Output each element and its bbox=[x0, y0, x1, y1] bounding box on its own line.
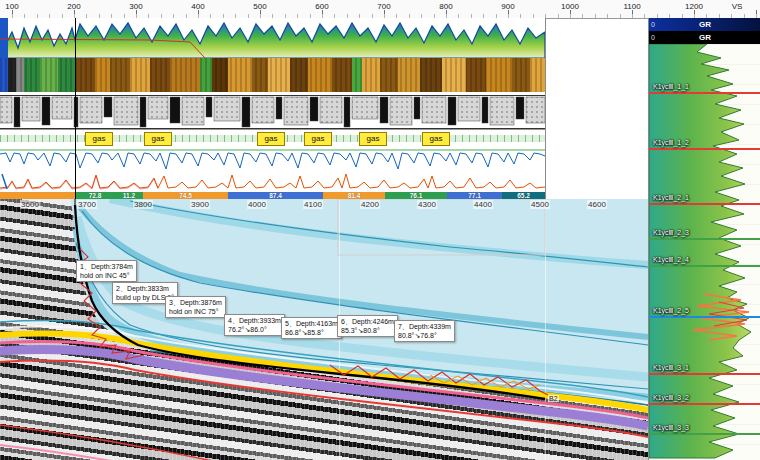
ruler-label: 200 bbox=[67, 2, 80, 11]
app-root: { "ruler": { "labels": ["100","200","300… bbox=[0, 0, 760, 460]
depth-label: 4500 bbox=[530, 200, 550, 209]
gr-scale-min: 0 bbox=[651, 21, 655, 28]
depth-label: 4300 bbox=[417, 200, 437, 209]
formation-top: K1ycⅢ_3_3 bbox=[649, 433, 760, 435]
annotation-4: 4、Depth:3933m76.2°↘86.0° bbox=[224, 314, 285, 336]
gas-label: gas bbox=[359, 132, 387, 146]
orange-curve-track bbox=[0, 172, 545, 192]
ruler-label: 100 bbox=[5, 2, 18, 11]
lithology-column bbox=[0, 95, 545, 131]
ruler-label: 1100 bbox=[623, 2, 640, 11]
depth-label: 4100 bbox=[303, 200, 323, 209]
annotation-6: 6、Depth:4246m85.3°↘80.8° bbox=[337, 315, 398, 337]
formation-top: K1ycⅢ_3_1 bbox=[649, 373, 760, 375]
formation-top: K1ycⅢ_2_5 bbox=[649, 316, 760, 318]
blue-curve-track bbox=[0, 148, 545, 172]
gas-label: gas bbox=[257, 132, 285, 146]
segment: 74.5 bbox=[143, 192, 228, 199]
ruler-vs-label: VS bbox=[732, 2, 743, 11]
gas-label: gas bbox=[144, 132, 172, 146]
segment: 11.2 bbox=[115, 192, 143, 199]
ruler-label: 1200 bbox=[685, 2, 703, 11]
gr-curve-track bbox=[0, 18, 545, 58]
segment bbox=[0, 192, 75, 199]
ruler-label: 900 bbox=[501, 2, 514, 11]
orange-curve bbox=[0, 172, 545, 192]
gr-panel-header-1: 0 GR bbox=[649, 18, 760, 31]
depth-label: 4400 bbox=[473, 200, 493, 209]
annotation-5: 5、Depth:4163m86.8°↘85.8° bbox=[281, 317, 342, 339]
gr-curve bbox=[0, 18, 545, 58]
annotation-3: 3、Depth:3876mhold on INC 75° bbox=[165, 296, 226, 318]
gr-reference-panel[interactable]: 0 GR 0 GR K1ycⅢ_1_1 K1ycⅢ_1_2 K1 bbox=[648, 18, 760, 460]
segment: 81.4 bbox=[323, 192, 385, 199]
depth-label: 4200 bbox=[360, 200, 380, 209]
ruler-label: 400 bbox=[191, 2, 204, 11]
segment: 76.1 bbox=[385, 192, 447, 199]
depth-label: 3800 bbox=[133, 200, 153, 209]
ruler-label: 300 bbox=[129, 2, 142, 11]
segment: 87.4 bbox=[228, 192, 323, 199]
ruler-label: 700 bbox=[377, 2, 390, 11]
trajectory-end-label: B2 bbox=[548, 395, 559, 402]
formation-top: K1ycⅢ_1_1 bbox=[649, 92, 760, 94]
wellhead-vertical-line bbox=[75, 18, 76, 199]
ruler-label: 600 bbox=[315, 2, 328, 11]
horizontal-scale-ruler: 100 200 300 400 500 600 700 800 900 1000… bbox=[0, 0, 760, 19]
formation-top: K1ycⅢ_2_3 bbox=[649, 238, 760, 240]
ruler-label: 500 bbox=[253, 2, 266, 11]
gr-scale-min: 0 bbox=[651, 34, 655, 41]
segment: 72.8 bbox=[75, 192, 115, 199]
gas-show-track: gas gas gas gas gas gas bbox=[0, 131, 545, 148]
well-log-tracks[interactable]: gas gas gas gas gas gas 72.8 11.2 74.5 8… bbox=[0, 18, 546, 199]
color-density-strip bbox=[0, 58, 545, 92]
gr-header-title: GR bbox=[699, 20, 711, 29]
formation-top: K1ycⅢ_2_4 bbox=[649, 265, 760, 267]
segment: 77.1 bbox=[447, 192, 502, 199]
gr-header-title: GR bbox=[699, 33, 711, 42]
blue-curve bbox=[0, 148, 545, 172]
formation-top: K1ycⅢ_2_1 bbox=[649, 203, 760, 205]
ruler-label: 1000 bbox=[561, 2, 579, 11]
annotation-1: 1、Depth:3784mhold on INC 45° bbox=[76, 260, 137, 282]
depth-label: 4000 bbox=[247, 200, 267, 209]
depth-label: 4600 bbox=[587, 200, 607, 209]
depth-label: 3600 bbox=[20, 200, 40, 209]
formation-top: K1ycⅢ_3_2 bbox=[649, 403, 760, 405]
gr-panel-header-2: 0 GR bbox=[649, 31, 760, 44]
ruler-label: 800 bbox=[439, 2, 452, 11]
lithology-track bbox=[0, 95, 545, 131]
gas-label: gas bbox=[304, 132, 332, 146]
gas-label: gas bbox=[85, 132, 113, 146]
gr-curve-area[interactable]: K1ycⅢ_1_1 K1ycⅢ_1_2 K1ycⅢ_2_1 K1ycⅢ_2_3 … bbox=[649, 44, 760, 460]
depth-label: 3900 bbox=[190, 200, 210, 209]
segment: 65.2 bbox=[502, 192, 545, 199]
gas-label: gas bbox=[422, 132, 450, 146]
annotation-7: 7、Depth:4339m80.8°↘76.8° bbox=[394, 320, 455, 342]
segment-value-bar: 72.8 11.2 74.5 87.4 81.4 76.1 77.1 65.2 bbox=[0, 192, 545, 199]
formation-top: K1ycⅢ_1_2 bbox=[649, 148, 760, 150]
depth-label: 3700 bbox=[77, 200, 97, 209]
seismic-section[interactable]: 3600 3700 3800 3900 4000 4100 4200 4300 … bbox=[0, 199, 648, 460]
